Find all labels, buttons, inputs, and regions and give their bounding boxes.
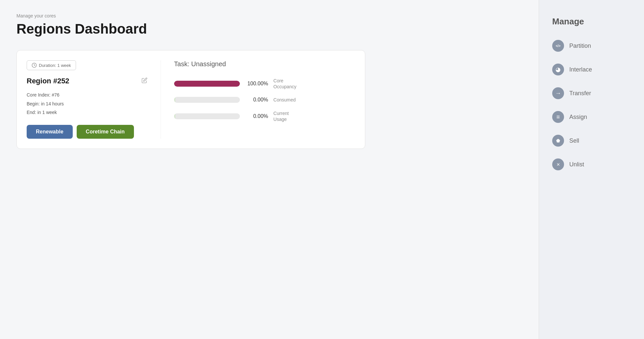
duration-text: Duration: 1 week bbox=[39, 63, 71, 68]
edit-icon[interactable] bbox=[142, 77, 147, 85]
unlist-label: Unlist bbox=[569, 161, 584, 168]
occupancy-pct: 100.00% bbox=[245, 81, 268, 87]
occupancy-label: CoreOccupancy bbox=[273, 78, 296, 90]
arrow-icon bbox=[552, 87, 564, 99]
progress-bar-occupancy bbox=[174, 81, 240, 87]
card-left: Duration: 1 week Region #252 Core Index:… bbox=[27, 60, 147, 139]
coretime-chain-button[interactable]: Coretime Chain bbox=[77, 125, 134, 139]
consumed-pct: 0.00% bbox=[245, 97, 268, 103]
btn-row: Renewable Coretime Chain bbox=[27, 125, 147, 139]
progress-bar-consumed bbox=[174, 97, 240, 103]
main-content: Manage your cores Regions Dashboard Dura… bbox=[0, 0, 539, 339]
region-header: Region #252 bbox=[27, 77, 147, 85]
interlace-label: Interlace bbox=[569, 66, 592, 73]
region-name: Region #252 bbox=[27, 77, 69, 85]
metric-row-occupancy: 100.00% CoreOccupancy bbox=[174, 78, 355, 90]
clock-icon bbox=[32, 63, 37, 68]
page-title: Regions Dashboard bbox=[16, 21, 522, 37]
tag-icon bbox=[552, 135, 564, 147]
sidebar-item-unlist[interactable]: Unlist bbox=[552, 158, 631, 170]
code-icon bbox=[552, 40, 564, 52]
partition-label: Partition bbox=[569, 42, 591, 49]
duration-badge: Duration: 1 week bbox=[27, 60, 76, 70]
progress-fill-usage bbox=[174, 113, 175, 119]
core-index: Core Index: #76 bbox=[27, 91, 147, 99]
metric-row-consumed: 0.00% Consumed bbox=[174, 97, 355, 103]
consumed-label: Consumed bbox=[273, 97, 296, 103]
sell-label: Sell bbox=[569, 137, 579, 144]
task-title: Task: Unassigned bbox=[174, 60, 355, 68]
page-subtitle: Manage your cores bbox=[16, 13, 522, 18]
sidebar: Manage Partition Interlace Transfer Assi… bbox=[539, 0, 644, 339]
sidebar-item-sell[interactable]: Sell bbox=[552, 135, 631, 147]
usage-pct: 0.00% bbox=[245, 113, 268, 119]
progress-fill-consumed bbox=[174, 97, 175, 103]
layers-icon bbox=[552, 111, 564, 123]
sidebar-item-partition[interactable]: Partition bbox=[552, 40, 631, 52]
pie-icon bbox=[552, 64, 564, 75]
renewable-button[interactable]: Renewable bbox=[27, 125, 73, 139]
transfer-label: Transfer bbox=[569, 90, 591, 97]
usage-label: CurrentUsage bbox=[273, 110, 289, 122]
card-right: Task: Unassigned 100.00% CoreOccupancy 0… bbox=[161, 60, 355, 139]
sidebar-item-interlace[interactable]: Interlace bbox=[552, 64, 631, 75]
assign-label: Assign bbox=[569, 114, 587, 121]
sidebar-item-transfer[interactable]: Transfer bbox=[552, 87, 631, 99]
metric-row-usage: 0.00% CurrentUsage bbox=[174, 110, 355, 122]
sidebar-title: Manage bbox=[552, 16, 631, 27]
region-info: Core Index: #76 Begin: in 14 hours End: … bbox=[27, 91, 147, 117]
sidebar-item-assign[interactable]: Assign bbox=[552, 111, 631, 123]
progress-bar-usage bbox=[174, 113, 240, 119]
progress-fill-occupancy bbox=[174, 81, 240, 87]
end-time: End: in 1 week bbox=[27, 108, 147, 117]
region-card: Duration: 1 week Region #252 Core Index:… bbox=[16, 50, 365, 149]
begin-time: Begin: in 14 hours bbox=[27, 99, 147, 108]
x-icon bbox=[552, 158, 564, 170]
